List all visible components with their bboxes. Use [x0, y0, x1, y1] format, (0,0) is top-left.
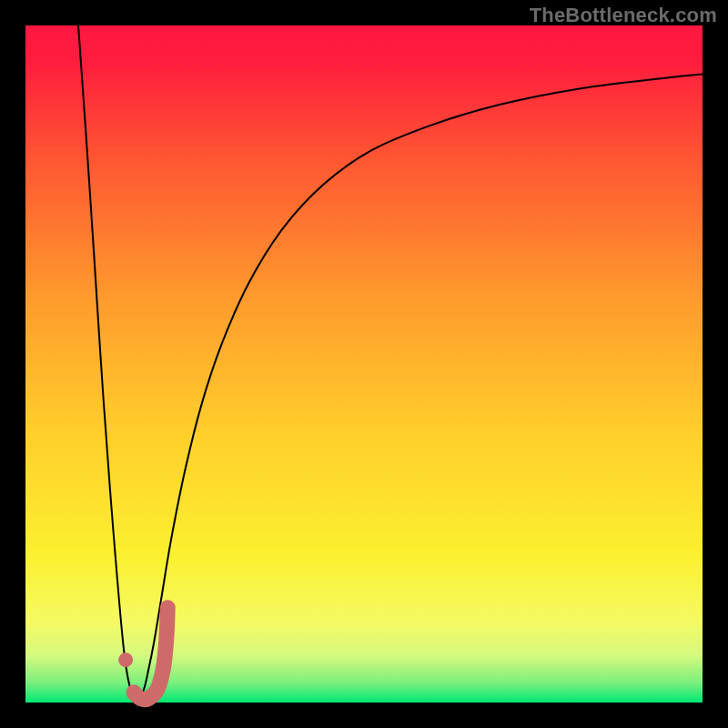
- watermark-text: TheBottleneck.com: [530, 4, 717, 27]
- j-marker-dot: [118, 652, 133, 667]
- chart-stage: TheBottleneck.com: [0, 0, 728, 728]
- chart-svg: [0, 0, 728, 728]
- plot-area: [25, 25, 703, 703]
